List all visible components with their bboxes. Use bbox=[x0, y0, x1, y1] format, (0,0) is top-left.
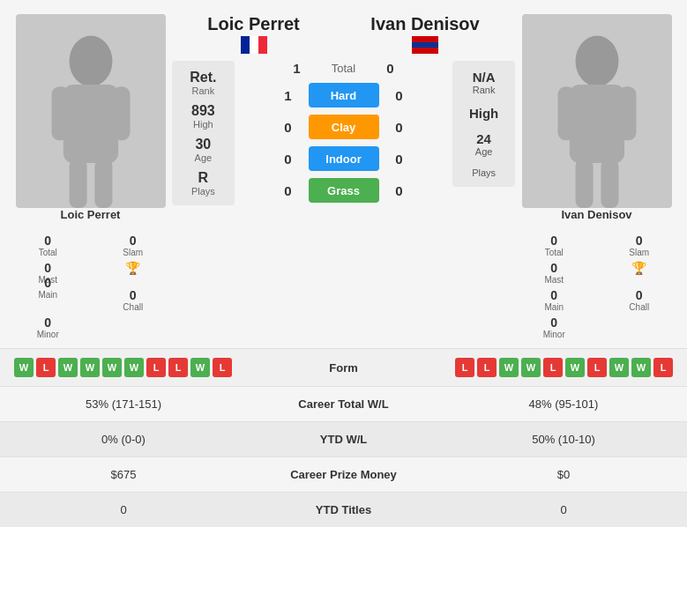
high-value: 893 bbox=[191, 103, 215, 119]
right-stats-panel: N/A Rank High 24 Age Plays bbox=[452, 61, 515, 187]
trophy-icon-left: 🏆 bbox=[125, 261, 140, 275]
bottom-stats: 53% (171-151)Career Total W/L48% (95-101… bbox=[0, 386, 687, 527]
form-badge-right: L bbox=[587, 358, 607, 377]
right-player-header: Ivan Denisov bbox=[370, 14, 479, 54]
form-badge-right: W bbox=[565, 358, 585, 377]
left-main-stat: 0 Main bbox=[9, 276, 87, 312]
clay-left: 0 bbox=[279, 120, 298, 135]
total-left: 1 bbox=[287, 61, 307, 76]
top-area: Loic Perret 0 Total 0 Slam 0 Mast 🏆 bbox=[0, 0, 687, 348]
right-stats-grid: 0 Total 0 Slam 0 Mast 🏆 0 Main bbox=[515, 234, 678, 339]
main-container: Loic Perret 0 Total 0 Slam 0 Mast 🏆 bbox=[0, 0, 687, 527]
age-label: Age bbox=[195, 152, 213, 163]
form-badge-left: L bbox=[146, 358, 166, 377]
right-age-label: Age bbox=[475, 146, 493, 157]
age-value: 30 bbox=[195, 137, 211, 152]
rank-value: Ret. bbox=[190, 70, 216, 85]
grass-left: 0 bbox=[279, 183, 298, 198]
form-badges-left: WLWWWWLLWL bbox=[14, 358, 232, 377]
form-badge-left: L bbox=[168, 358, 188, 377]
high-block: 893 High bbox=[179, 103, 228, 130]
svg-rect-6 bbox=[241, 36, 250, 54]
svg-rect-14 bbox=[557, 86, 575, 140]
form-label: Form bbox=[329, 361, 358, 375]
age-block: 30 Age bbox=[179, 137, 228, 163]
right-total-stat: 0 Total bbox=[515, 234, 594, 257]
form-badge-right: L bbox=[653, 358, 673, 377]
stats-row-right: 0 bbox=[475, 503, 652, 516]
form-badge-right: L bbox=[543, 358, 563, 377]
indoor-badge: Indoor bbox=[309, 146, 379, 171]
left-slam-stat: 0 Slam bbox=[94, 234, 173, 257]
total-right: 0 bbox=[381, 61, 400, 76]
stats-row: 0YTD Titles0 bbox=[0, 492, 687, 527]
surfaces-area: 1 Total 0 1 Hard 0 0 Clay 0 bbox=[242, 61, 446, 203]
surface-row-clay: 0 Clay 0 bbox=[242, 115, 446, 139]
clay-badge: Clay bbox=[309, 115, 379, 139]
player-photo-right bbox=[522, 14, 672, 208]
total-row: 1 Total 0 bbox=[242, 61, 446, 76]
svg-rect-13 bbox=[569, 85, 624, 163]
right-plays-stat: Plays bbox=[472, 167, 496, 178]
form-section: WLWWWWLLWL Form LLWWLWLWWL bbox=[0, 348, 687, 386]
form-badge-right: W bbox=[521, 358, 541, 377]
hard-badge: Hard bbox=[309, 83, 379, 108]
svg-rect-5 bbox=[94, 159, 112, 208]
stats-row-left: 0% (0-0) bbox=[35, 433, 212, 446]
form-badge-left: W bbox=[102, 358, 122, 377]
clay-right: 0 bbox=[390, 120, 409, 135]
form-badge-right: L bbox=[455, 358, 474, 377]
svg-point-0 bbox=[69, 35, 112, 86]
grass-badge: Grass bbox=[309, 178, 379, 203]
surface-row-grass: 0 Grass 0 bbox=[242, 178, 446, 203]
stats-row: $675Career Prize Money$0 bbox=[0, 456, 687, 492]
high-label: High bbox=[193, 119, 213, 130]
svg-rect-2 bbox=[51, 86, 69, 140]
svg-point-12 bbox=[575, 35, 618, 86]
hard-right: 0 bbox=[390, 88, 409, 103]
left-player-header: Loic Perret bbox=[207, 14, 299, 54]
left-stats-grid: 0 Total 0 Slam 0 Mast 🏆 0 Main bbox=[9, 234, 172, 339]
stats-row-center: Career Total W/L bbox=[265, 397, 423, 411]
indoor-right: 0 bbox=[390, 152, 409, 167]
surface-row-hard: 1 Hard 0 bbox=[242, 83, 446, 108]
form-badge-left: L bbox=[36, 358, 56, 377]
plays-value: R bbox=[198, 170, 209, 186]
center-stats-col: Ret. Rank 893 High 30 Age R Plays bbox=[172, 61, 235, 205]
player-name-left: Loic Perret bbox=[61, 208, 121, 221]
trophy-icon-right: 🏆 bbox=[631, 261, 646, 275]
right-high-stat: High bbox=[469, 106, 498, 121]
form-badge-left: W bbox=[190, 358, 210, 377]
surface-row-indoor: 0 Indoor 0 bbox=[242, 146, 446, 171]
plays-label: Plays bbox=[191, 186, 215, 197]
stats-row-center: YTD Titles bbox=[265, 503, 423, 516]
right-minor-stat: 0 Minor bbox=[515, 315, 594, 339]
player-name-right: Ivan Denisov bbox=[561, 208, 631, 221]
right-rank-stat: N/A Rank bbox=[473, 70, 496, 95]
stats-row-center: YTD W/L bbox=[265, 433, 423, 446]
form-badge-left: W bbox=[80, 358, 100, 377]
form-badge-right: W bbox=[499, 358, 519, 377]
grass-right: 0 bbox=[390, 183, 409, 198]
total-label: Total bbox=[317, 62, 370, 75]
form-badge-left: W bbox=[58, 358, 78, 377]
svg-rect-15 bbox=[618, 86, 636, 140]
player-header-row: Loic Perret Ivan Denisov bbox=[172, 14, 515, 54]
svg-rect-9 bbox=[412, 36, 438, 42]
player-photo-left bbox=[16, 14, 166, 208]
stats-row-right: 48% (95-101) bbox=[475, 397, 652, 411]
left-flag-box bbox=[207, 36, 299, 54]
stats-row-left: 53% (171-151) bbox=[35, 397, 212, 411]
svg-rect-16 bbox=[575, 159, 593, 208]
form-badge-left: W bbox=[124, 358, 144, 377]
left-header-name: Loic Perret bbox=[207, 14, 299, 34]
right-rank-label: Rank bbox=[473, 85, 496, 95]
form-badge-right: L bbox=[477, 358, 497, 377]
hard-left: 1 bbox=[279, 88, 298, 103]
right-age-stat: 24 Age bbox=[475, 131, 493, 157]
stats-row-right: $0 bbox=[475, 468, 652, 481]
player-card-right: Ivan Denisov 0 Total 0 Slam 0 Mast 🏆 bbox=[515, 14, 678, 339]
svg-rect-10 bbox=[412, 42, 438, 48]
svg-rect-8 bbox=[258, 36, 267, 54]
mid-row: Ret. Rank 893 High 30 Age R Plays bbox=[172, 61, 515, 205]
